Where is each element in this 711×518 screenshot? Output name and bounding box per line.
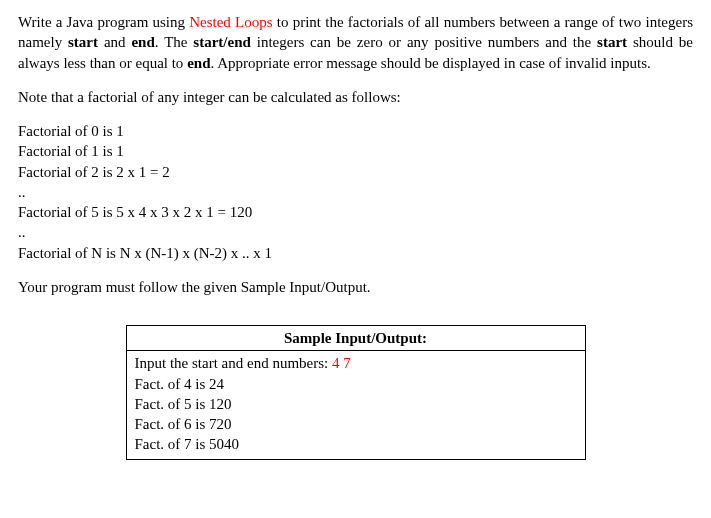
text-segment: . The [155, 34, 194, 50]
factorial-line: Factorial of 0 is 1 [18, 121, 693, 141]
sample-output-line: Fact. of 6 is 720 [135, 414, 577, 434]
follow-sample-line: Your program must follow the given Sampl… [18, 277, 693, 297]
sample-container: Sample Input/Output: Input the start and… [18, 325, 693, 460]
sample-io-box: Sample Input/Output: Input the start and… [126, 325, 586, 460]
sample-output-line: Fact. of 4 is 24 [135, 374, 577, 394]
sample-output-line: Fact. of 7 is 5040 [135, 434, 577, 454]
sample-output-line: Fact. of 5 is 120 [135, 394, 577, 414]
ellipsis-line: .. [18, 182, 693, 202]
sample-prompt: Input the start and end numbers: [135, 355, 332, 371]
text-segment: . Appropriate error message should be di… [210, 55, 650, 71]
note-line: Note that a factorial of any integer can… [18, 87, 693, 107]
nested-loops-term: Nested Loops [189, 14, 272, 30]
factorial-line: Factorial of N is N x (N-1) x (N-2) x ..… [18, 243, 693, 263]
sample-user-input: 4 7 [332, 355, 351, 371]
factorial-line: Factorial of 5 is 5 x 4 x 3 x 2 x 1 = 12… [18, 202, 693, 222]
sample-input-line: Input the start and end numbers: 4 7 [135, 353, 577, 373]
factorial-line: Factorial of 1 is 1 [18, 141, 693, 161]
sample-header: Sample Input/Output: [127, 326, 585, 351]
text-segment: Write a Java program using [18, 14, 189, 30]
ellipsis-line: .. [18, 222, 693, 242]
end-term: end [131, 34, 154, 50]
text-segment: and [98, 34, 131, 50]
start-term: start [68, 34, 98, 50]
sample-body: Input the start and end numbers: 4 7 Fac… [127, 351, 585, 458]
text-segment: integers can be zero or any positive num… [251, 34, 597, 50]
end-term-2: end [187, 55, 210, 71]
factorial-examples: Factorial of 0 is 1 Factorial of 1 is 1 … [18, 121, 693, 263]
startend-term: start/end [193, 34, 251, 50]
start-term-2: start [597, 34, 627, 50]
factorial-line: Factorial of 2 is 2 x 1 = 2 [18, 162, 693, 182]
problem-paragraph: Write a Java program using Nested Loops … [18, 12, 693, 73]
